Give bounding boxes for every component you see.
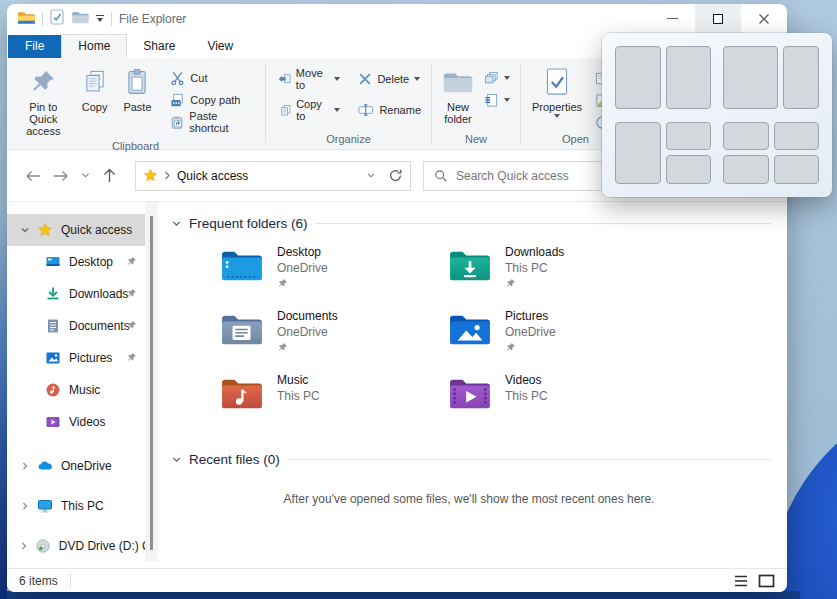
snap-pane[interactable] xyxy=(666,46,712,109)
copy-button[interactable]: Copy xyxy=(74,62,116,116)
cut-label: Cut xyxy=(190,72,207,84)
sidebar-item-label: Documents xyxy=(69,319,130,333)
snap-option-half-plus-stacked[interactable] xyxy=(615,122,711,185)
snap-option-split-half[interactable] xyxy=(615,46,711,109)
sidebar-item-pictures[interactable]: Pictures xyxy=(7,342,145,374)
videos-folder-icon xyxy=(447,374,493,412)
snap-pane[interactable] xyxy=(615,46,661,109)
sidebar-item-videos[interactable]: Videos xyxy=(7,406,145,438)
snap-pane[interactable] xyxy=(783,46,819,109)
ribbon-group-new: New folder New xyxy=(433,58,519,149)
sidebar-item-label: OneDrive xyxy=(61,459,112,473)
app-folder-icon xyxy=(17,10,35,28)
up-button[interactable] xyxy=(97,164,121,188)
easy-access-button[interactable] xyxy=(479,89,515,111)
move-to-button[interactable]: Move to xyxy=(273,68,345,90)
tile-downloads[interactable]: Downloads This PC xyxy=(447,244,675,308)
tab-home[interactable]: Home xyxy=(61,34,127,58)
properties-check-icon[interactable] xyxy=(50,9,64,28)
tile-music[interactable]: Music This PC xyxy=(219,372,447,436)
rename-label: Rename xyxy=(379,104,421,116)
sidebar-scrollbar[interactable] xyxy=(145,202,158,561)
sidebar-item-dvd-drive[interactable]: DVD Drive (D:) CC xyxy=(7,526,145,561)
tile-desktop[interactable]: Desktop OneDrive xyxy=(219,244,447,308)
up-arrow-icon xyxy=(103,168,116,183)
downloads-folder-icon xyxy=(447,246,493,284)
sidebar-item-this-pc[interactable]: This PC xyxy=(7,486,145,526)
back-arrow-icon xyxy=(25,170,41,182)
header-rule xyxy=(315,223,771,224)
snap-pane[interactable] xyxy=(666,155,712,184)
snap-option-split-wide-left[interactable] xyxy=(723,46,819,109)
tab-view[interactable]: View xyxy=(191,35,249,58)
sidebar-item-music[interactable]: Music xyxy=(7,374,145,406)
chevron-right-icon[interactable] xyxy=(17,501,33,511)
cut-icon xyxy=(170,71,185,86)
snap-pane[interactable] xyxy=(723,46,778,109)
qat-separator xyxy=(42,12,43,26)
snap-pane[interactable] xyxy=(723,122,769,151)
tile-location: OneDrive xyxy=(505,325,556,339)
chevron-right-icon[interactable] xyxy=(17,461,33,471)
snap-pane[interactable] xyxy=(723,155,769,184)
tile-videos[interactable]: Videos This PC xyxy=(447,372,675,436)
sidebar-item-downloads[interactable]: Downloads xyxy=(7,278,145,310)
details-view-icon[interactable] xyxy=(733,574,749,588)
refresh-icon[interactable] xyxy=(388,168,403,183)
new-item-button[interactable] xyxy=(479,67,515,89)
properties-button[interactable]: Properties xyxy=(528,62,586,121)
minimize-button[interactable] xyxy=(649,4,695,33)
paste-shortcut-button[interactable]: Paste shortcut xyxy=(165,111,260,133)
copy-path-button[interactable]: Copy path xyxy=(165,89,260,111)
tile-documents[interactable]: Documents OneDrive xyxy=(219,308,447,372)
sidebar-item-quick-access[interactable]: Quick access xyxy=(7,214,145,246)
copy-to-caret-icon xyxy=(334,108,340,112)
new-folder-button[interactable]: New folder xyxy=(439,62,477,128)
recent-locations-button[interactable] xyxy=(77,164,93,188)
tile-pictures[interactable]: Pictures OneDrive xyxy=(447,308,675,372)
tab-file[interactable]: File xyxy=(8,35,61,58)
sidebar-item-label: This PC xyxy=(61,499,104,513)
cut-button[interactable]: Cut xyxy=(165,67,260,89)
window-controls xyxy=(649,4,787,33)
forward-arrow-icon xyxy=(53,170,69,182)
sidebar-item-desktop[interactable]: Desktop xyxy=(7,246,145,278)
snap-pane[interactable] xyxy=(774,155,820,184)
snap-pane[interactable] xyxy=(615,122,661,185)
new-folder-icon[interactable] xyxy=(71,10,89,27)
tab-share[interactable]: Share xyxy=(127,35,191,58)
snap-pane[interactable] xyxy=(666,122,712,151)
maximize-button[interactable] xyxy=(695,4,741,33)
chevron-down-icon[interactable] xyxy=(17,225,33,235)
forward-button[interactable] xyxy=(49,164,73,188)
statusbar-separator xyxy=(70,574,71,588)
sidebar-item-label: DVD Drive (D:) CC xyxy=(59,539,145,553)
customize-caret-icon[interactable] xyxy=(96,15,104,22)
copy-to-button[interactable]: Copy to xyxy=(273,99,345,121)
delete-button[interactable]: Delete xyxy=(353,68,426,90)
sidebar-item-onedrive[interactable]: OneDrive xyxy=(7,446,145,486)
move-to-icon xyxy=(278,72,291,87)
scrollbar-thumb[interactable] xyxy=(150,216,153,550)
snap-pane[interactable] xyxy=(774,122,820,151)
address-bar[interactable]: Quick access xyxy=(135,161,411,191)
documents-folder-icon xyxy=(219,310,265,348)
frequent-folders-header[interactable]: Frequent folders (6) xyxy=(171,212,787,234)
close-button[interactable] xyxy=(741,4,787,33)
close-icon xyxy=(758,13,770,25)
pin-to-quick-access-button[interactable]: Pin to Quick access xyxy=(13,62,74,140)
tile-name: Pictures xyxy=(505,309,556,323)
rename-button[interactable]: Rename xyxy=(353,99,426,121)
chevron-right-icon[interactable] xyxy=(17,541,31,551)
back-button[interactable] xyxy=(21,164,45,188)
music-icon xyxy=(45,382,61,398)
paste-button[interactable]: Paste xyxy=(116,62,160,116)
pin-icon xyxy=(126,256,137,270)
sidebar-item-documents[interactable]: Documents xyxy=(7,310,145,342)
address-dropdown-icon[interactable] xyxy=(366,172,376,179)
move-to-label: Move to xyxy=(296,67,330,91)
paste-label: Paste xyxy=(123,101,151,113)
large-icons-view-icon[interactable] xyxy=(758,574,775,588)
recent-files-header[interactable]: Recent files (0) xyxy=(171,448,787,470)
snap-option-quad-grid[interactable] xyxy=(723,122,819,185)
